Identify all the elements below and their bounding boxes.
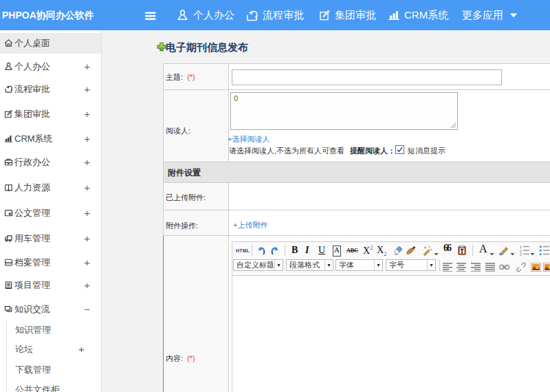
svg-text:3: 3 [520,252,522,256]
